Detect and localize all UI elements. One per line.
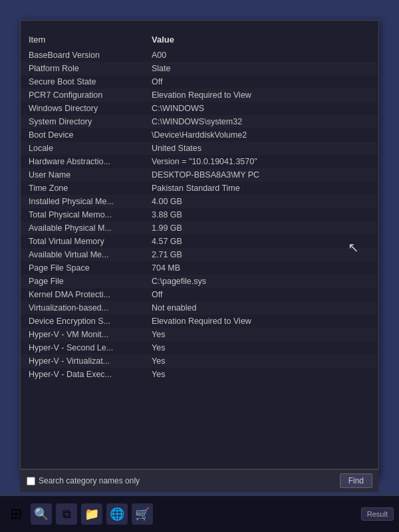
system-info-window: Item Value BaseBoard VersionA00Platform …	[20, 20, 379, 479]
row-item: System Directory	[21, 115, 144, 128]
table-row: Available Virtual Me...2.71 GB	[21, 248, 378, 261]
search-category-wrap[interactable]: Search category names only	[27, 476, 140, 485]
row-item: PCR7 Configuration	[21, 88, 144, 102]
row-value: C:\WINDOWS\system32	[144, 115, 378, 128]
table-row: Installed Physical Me...4.00 GB	[21, 195, 378, 208]
row-item: Time Zone	[21, 182, 144, 195]
bottom-bar: Search category names only Find	[20, 469, 379, 492]
row-item: Hyper-V - Second Le...	[21, 341, 144, 354]
row-value: Elevation Required to View	[144, 88, 378, 102]
row-value: A00	[144, 49, 378, 62]
taskbar: ⊞ 🔍 ⧉ 📁 🌐 🛒 Result	[0, 495, 399, 532]
row-item: Locale	[21, 142, 144, 155]
table-row: Page File Space704 MB	[21, 261, 378, 275]
table-row: Device Encryption S...Elevation Required…	[21, 315, 378, 328]
result-badge: Result	[361, 507, 394, 521]
row-value: Version = "10.0.19041.3570"	[144, 155, 378, 168]
taskbar-right: Result	[361, 507, 394, 521]
row-value: 3.88 GB	[144, 208, 378, 221]
row-item: Windows Directory	[21, 102, 144, 115]
row-value: C:\pagefile.sys	[144, 275, 378, 288]
row-value: Off	[144, 75, 378, 88]
table-row: BaseBoard VersionA00	[21, 49, 378, 62]
row-value: Off	[144, 288, 378, 301]
table-row: Hyper-V - VM Monit...Yes	[21, 328, 378, 341]
row-item: Installed Physical Me...	[21, 195, 144, 208]
table-row: Kernel DMA Protecti...Off	[21, 288, 378, 301]
row-item: Page File Space	[21, 261, 144, 275]
row-value: 2.71 GB	[144, 248, 378, 261]
row-item: Available Physical M...	[21, 221, 144, 235]
row-value: Yes	[144, 368, 378, 381]
table-row: Available Physical M...1.99 GB	[21, 221, 378, 235]
taskbar-taskview-icon[interactable]: ⧉	[56, 503, 77, 525]
row-item: Total Physical Memo...	[21, 208, 144, 221]
row-item: Platform Role	[21, 62, 144, 75]
table-row: Hyper-V - Second Le...Yes	[21, 341, 378, 354]
header-value-col: Value	[144, 33, 378, 49]
row-value: 1.99 GB	[144, 221, 378, 235]
header-item-col: Item	[21, 33, 144, 49]
table-row: LocaleUnited States	[21, 142, 378, 155]
start-button[interactable]: ⊞	[5, 503, 27, 525]
row-item: Virtualization-based...	[21, 301, 144, 315]
table-row: Page FileC:\pagefile.sys	[21, 275, 378, 288]
row-value: Elevation Required to View	[144, 315, 378, 328]
table-row: PCR7 ConfigurationElevation Required to …	[21, 88, 378, 102]
taskbar-explorer-icon[interactable]: 📁	[81, 503, 102, 525]
table-container: Item Value BaseBoard VersionA00Platform …	[21, 27, 378, 386]
table-row: System DirectoryC:\WINDOWS\system32	[21, 115, 378, 128]
system-info-table: Item Value BaseBoard VersionA00Platform …	[21, 33, 378, 381]
taskbar-search-icon[interactable]: 🔍	[31, 503, 52, 525]
table-row: Total Physical Memo...3.88 GB	[21, 208, 378, 221]
find-button[interactable]: Find	[340, 473, 372, 488]
row-value: C:\WINDOWS	[144, 102, 378, 115]
table-row: Hardware Abstractio...Version = "10.0.19…	[21, 155, 378, 168]
row-value: DESKTOP-BBSA8A3\MY PC	[144, 168, 378, 182]
row-item: Kernel DMA Protecti...	[21, 288, 144, 301]
row-item: Available Virtual Me...	[21, 248, 144, 261]
row-item: Boot Device	[21, 128, 144, 142]
table-row: Hyper-V - Data Exec...Yes	[21, 368, 378, 381]
table-row: Virtualization-based...Not enabled	[21, 301, 378, 315]
row-value: 4.00 GB	[144, 195, 378, 208]
row-value: Yes	[144, 354, 378, 368]
row-item: Hyper-V - Data Exec...	[21, 368, 144, 381]
table-row: Total Virtual Memory4.57 GB	[21, 235, 378, 248]
row-item: Page File	[21, 275, 144, 288]
table-row: User NameDESKTOP-BBSA8A3\MY PC	[21, 168, 378, 182]
row-value: United States	[144, 142, 378, 155]
table-header-row: Item Value	[21, 33, 378, 49]
row-item: User Name	[21, 168, 144, 182]
row-item: Total Virtual Memory	[21, 235, 144, 248]
desktop: Item Value BaseBoard VersionA00Platform …	[0, 0, 399, 532]
row-value: 704 MB	[144, 261, 378, 275]
table-row: Secure Boot StateOff	[21, 75, 378, 88]
taskbar-edge-icon[interactable]: 🌐	[106, 503, 128, 525]
row-value: 4.57 GB	[144, 235, 378, 248]
row-value: Pakistan Standard Time	[144, 182, 378, 195]
row-value: Yes	[144, 341, 378, 354]
row-item: Hyper-V - VM Monit...	[21, 328, 144, 341]
row-value: Slate	[144, 62, 378, 75]
search-category-checkbox[interactable]	[27, 477, 35, 485]
table-row: Boot Device\Device\HarddiskVolume2	[21, 128, 378, 142]
row-item: Hardware Abstractio...	[21, 155, 144, 168]
search-category-label: Search category names only	[39, 476, 140, 485]
row-item: BaseBoard Version	[21, 49, 144, 62]
row-value: Not enabled	[144, 301, 378, 315]
table-row: Windows DirectoryC:\WINDOWS	[21, 102, 378, 115]
row-item: Secure Boot State	[21, 75, 144, 88]
taskbar-store-icon[interactable]: 🛒	[132, 503, 153, 525]
row-value: Yes	[144, 328, 378, 341]
table-row: Time ZonePakistan Standard Time	[21, 182, 378, 195]
row-item: Hyper-V - Virtualizat...	[21, 354, 144, 368]
window-content: Item Value BaseBoard VersionA00Platform …	[21, 21, 378, 478]
table-row: Platform RoleSlate	[21, 62, 378, 75]
row-value: \Device\HarddiskVolume2	[144, 128, 378, 142]
row-item: Device Encryption S...	[21, 315, 144, 328]
table-row: Hyper-V - Virtualizat...Yes	[21, 354, 378, 368]
